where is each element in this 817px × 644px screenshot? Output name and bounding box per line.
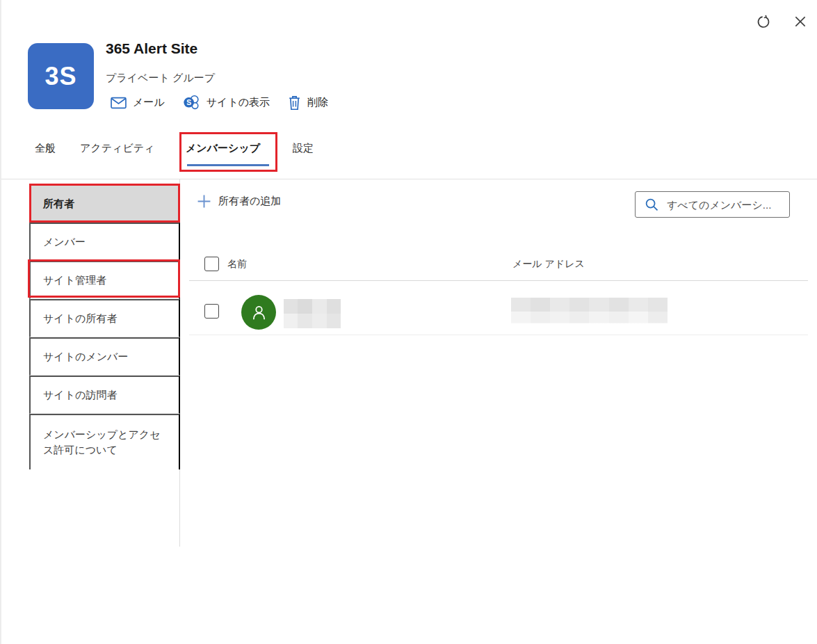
member-name-redacted (284, 299, 341, 328)
table-header-divider (189, 280, 808, 281)
refresh-button[interactable] (754, 13, 772, 31)
person-icon (250, 303, 268, 322)
group-privacy-label: プライベート グループ (106, 72, 215, 85)
view-site-action-button[interactable]: S サイトの表示 (183, 94, 270, 111)
sidebar-item-about-permissions[interactable]: メンバーシップとアクセス許可について (29, 414, 180, 469)
delete-action-label: 削除 (307, 96, 328, 109)
mail-action-button[interactable]: メール (111, 94, 165, 111)
member-search-box (635, 191, 790, 218)
svg-text:S: S (186, 99, 191, 106)
sidebar-item-site-visitors[interactable]: サイトの訪問者 (29, 376, 180, 414)
page-title: 365 Alert Site (106, 40, 197, 57)
delete-action-button[interactable]: 削除 (288, 94, 328, 111)
tab-activity[interactable]: アクティビティ (80, 142, 154, 155)
membership-sidebar: 所有者 メンバー サイト管理者 サイトの所有者 サイトのメンバー サイトの訪問者… (1, 179, 180, 547)
sidebar-item-owners[interactable]: 所有者 (29, 184, 180, 223)
header-actions: メール S サイトの表示 削除 (111, 94, 328, 111)
view-site-action-label: サイトの表示 (207, 96, 270, 109)
table-row-divider (189, 335, 808, 335)
tab-general[interactable]: 全般 (35, 142, 56, 155)
sidebar-item-members[interactable]: メンバー (29, 223, 180, 261)
plus-icon (197, 194, 211, 209)
delete-icon (288, 95, 301, 111)
group-avatar-initials: 3S (45, 62, 76, 91)
tab-membership[interactable]: メンバーシップ (186, 142, 260, 155)
sidebar-item-site-admins[interactable]: サイト管理者 (29, 261, 180, 299)
sidebar-item-site-members[interactable]: サイトのメンバー (29, 337, 180, 376)
refresh-icon (756, 21, 771, 31)
member-avatar (241, 295, 276, 330)
select-all-checkbox[interactable] (204, 257, 219, 271)
column-header-email: メール アドレス (512, 258, 585, 271)
search-input[interactable] (667, 199, 782, 211)
tab-settings[interactable]: 設定 (293, 142, 314, 155)
close-icon (793, 20, 807, 31)
add-owner-button[interactable]: 所有者の追加 (197, 194, 281, 209)
column-header-name: 名前 (227, 258, 247, 271)
group-details-panel: 3S 365 Alert Site プライベート グループ メール S (0, 0, 817, 644)
close-button[interactable] (792, 13, 809, 31)
sidebar-item-site-owners[interactable]: サイトの所有者 (29, 299, 180, 337)
selected-tab-underline (187, 164, 269, 166)
window-controls (754, 13, 809, 31)
search-icon (645, 198, 659, 212)
mail-action-label: メール (133, 96, 165, 109)
row-checkbox[interactable] (204, 304, 219, 319)
group-avatar: 3S (28, 43, 94, 109)
mail-icon (111, 97, 127, 109)
add-owner-label: 所有者の追加 (218, 195, 281, 208)
member-email-redacted (511, 298, 668, 323)
sharepoint-icon: S (183, 94, 200, 111)
